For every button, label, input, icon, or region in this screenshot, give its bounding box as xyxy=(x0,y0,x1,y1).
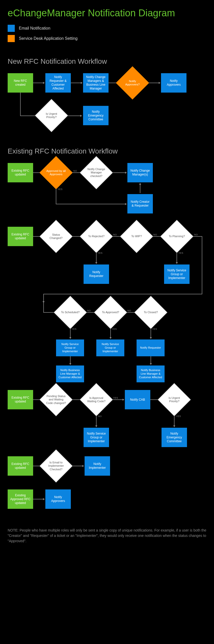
arrow-icon xyxy=(151,328,151,337)
process-node: Notify Business Line Manager & Customer … xyxy=(137,365,165,382)
edge-label: YES xyxy=(72,328,77,330)
arrow-icon xyxy=(96,252,97,262)
arrow-icon xyxy=(68,116,81,116)
process-node: Notify Change Manager(s) xyxy=(127,163,153,182)
edge-label: NO xyxy=(194,233,198,236)
process-node: Notify Approvers xyxy=(161,73,186,93)
decision-node: To Rejected? xyxy=(85,225,108,248)
arrow-icon xyxy=(177,252,177,262)
edge-label: YES xyxy=(98,252,103,254)
section-existing-rfc: Existing RFC Notification Workflow xyxy=(8,147,206,155)
arrow-icon xyxy=(110,328,111,337)
process-node: Notify Implementer xyxy=(85,456,110,476)
start-node: Existing RFC updated xyxy=(8,163,33,182)
square-icon xyxy=(8,25,15,32)
arrow-icon xyxy=(151,356,151,363)
process-node: Notify Approvers xyxy=(45,489,71,509)
decision-node: To Closed? xyxy=(139,301,163,324)
edge-label: YES xyxy=(152,328,157,330)
arrow-icon xyxy=(71,83,81,83)
process-node: Notify Emergency Committee xyxy=(162,428,187,447)
decision-node: Is Urgent Priority? xyxy=(40,104,63,127)
workflow-new-rfc: New RFC created Notify Requester & Custo… xyxy=(8,71,206,137)
legend: Email Notification Service Desk Applicat… xyxy=(8,25,206,42)
process-node: Notify Change Managers & Business Line M… xyxy=(83,73,109,93)
legend-setting-label: Service Desk Application Setting xyxy=(19,36,77,41)
edge-label: NO xyxy=(87,309,91,312)
legend-email: Email Notification xyxy=(8,25,206,32)
connector xyxy=(202,236,202,294)
start-node: Existing RFC updated xyxy=(8,456,33,476)
arrow-icon xyxy=(113,399,123,400)
edge-label: YES xyxy=(113,397,118,399)
decision-node: Notify Change Manager checked? xyxy=(85,161,108,184)
legend-setting: Service Desk Application Setting xyxy=(8,35,206,42)
edge-label: NO xyxy=(98,415,102,418)
connector xyxy=(56,188,56,204)
start-node: Existing RFC updated xyxy=(8,227,33,246)
start-node: Existing Approved RFC updated xyxy=(8,489,33,509)
decision-node: To Scheduled? xyxy=(59,301,82,324)
edge-label: NO xyxy=(113,233,117,236)
workflow-email-implementer: Existing RFC updated Is Email to Impleme… xyxy=(8,454,206,487)
edge-label: YES xyxy=(176,415,181,418)
workflow-approval: Existing RFC updated Approved by all App… xyxy=(8,160,206,224)
edge-label: YES xyxy=(178,252,183,254)
arrow-icon xyxy=(70,356,71,363)
arrow-icon xyxy=(96,415,97,426)
decision-node: Approved by all Approvers xyxy=(44,161,68,184)
arrow-icon xyxy=(33,499,43,499)
decision-node: Is Email to Implementer Checked? xyxy=(44,454,68,478)
arrow-icon xyxy=(33,83,43,83)
legend-email-label: Email Notification xyxy=(19,26,50,31)
edge-label: YES xyxy=(58,188,63,191)
square-icon xyxy=(8,35,15,42)
edge-label: NO xyxy=(73,170,77,172)
process-node: Notify Emergency Committee xyxy=(83,106,109,125)
edge-label: NO xyxy=(127,309,131,312)
decision-node: To Planning? xyxy=(165,225,189,248)
connector xyxy=(43,312,54,313)
decision-node: Is Urgent Priority? xyxy=(163,388,186,411)
footnote: NOTE: People who have multiple roles wil… xyxy=(8,528,206,544)
decision-node: Is Approval Waiting Code? xyxy=(85,388,108,411)
process-node: Notify Requester & Customer Affected xyxy=(45,73,71,93)
edge-label: YES xyxy=(112,328,117,330)
process-node: Notify Creator & Requester xyxy=(127,194,153,213)
workflow-approved-update: Existing Approved RFC updated Notify App… xyxy=(8,487,206,517)
decision-node: To Approved? xyxy=(99,301,122,324)
page-title: eChangeManager Notification Diagram xyxy=(8,8,206,19)
process-node: Notify Service Group or Implementer xyxy=(96,339,124,356)
section-new-rfc: New RFC Notification Workflow xyxy=(8,57,206,66)
arrow-icon xyxy=(72,466,83,466)
arrow-icon xyxy=(140,184,140,193)
connector xyxy=(43,301,44,312)
arrow-icon xyxy=(149,83,159,83)
arrow-icon xyxy=(113,172,125,173)
arrow-icon xyxy=(56,204,125,204)
process-node: Notify Business Line Manager & Customer … xyxy=(56,365,84,382)
edge-label: NO xyxy=(153,233,157,236)
workflow-status: Existing RFC updated Status Changed? To … xyxy=(8,224,206,387)
start-node: Existing RFC updated xyxy=(8,390,33,409)
arrow-icon xyxy=(174,415,175,426)
process-node: Notify CAB xyxy=(125,390,150,409)
connector xyxy=(193,236,202,237)
decision-node: Pending Status and Waiting Code changed? xyxy=(44,388,68,411)
start-node: New RFC created xyxy=(8,73,33,93)
process-node: Notify Service Group or Implementer xyxy=(164,264,190,284)
decision-node: Status Changed? xyxy=(44,225,68,248)
arrow-icon xyxy=(70,328,71,337)
arrow-icon xyxy=(43,294,44,301)
process-node: Notify Service Group or Implementer xyxy=(56,339,84,356)
process-node: Notify Requester xyxy=(137,339,165,356)
decision-node: Notify Approvers? xyxy=(121,71,144,95)
workflow-pending: Existing RFC updated Pending Status and … xyxy=(8,387,206,454)
process-node: Notify Service Group or Implementer xyxy=(84,428,109,447)
decision-node: To WIP? xyxy=(125,225,148,248)
connector xyxy=(43,294,202,294)
process-node: Notify Requester xyxy=(84,264,109,284)
connector xyxy=(20,93,21,116)
